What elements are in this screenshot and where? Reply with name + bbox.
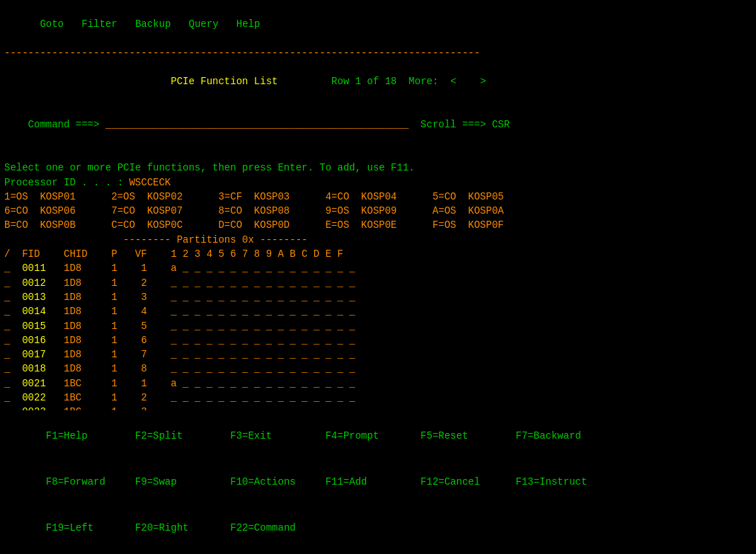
page-title: PCIe Function List xyxy=(171,76,277,87)
fkey-f1[interactable]: F1=Help xyxy=(40,430,134,442)
info-line1: Select one or more PCIe functions, then … xyxy=(4,161,752,175)
function-key-bar: F1=Help F2=Split F3=Exit F4=Prompt F5=Re… xyxy=(0,410,756,554)
fkey-f3[interactable]: F3=Exit xyxy=(230,430,325,442)
table-row[interactable]: _ 0012 1D8 1 2 _ _ _ _ _ _ _ _ _ _ _ _ _… xyxy=(4,276,752,290)
fkey-f9[interactable]: F9=Swap xyxy=(135,476,230,487)
fkey-f12[interactable]: F12=Cancel xyxy=(420,476,515,487)
menu-goto[interactable]: Goto xyxy=(28,18,64,30)
fkey-f10[interactable]: F10=Actions xyxy=(230,476,325,487)
func-row2: 6=CO KOSP06 7=CO KOSP07 8=CO KOSP08 9=OS… xyxy=(4,204,752,218)
fkey-row3: F19=Left F20=Right F22=Command xyxy=(4,505,752,551)
menu-backup[interactable]: Backup xyxy=(135,18,171,30)
table-row[interactable]: _ 0022 1BC 1 2 _ _ _ _ _ _ _ _ _ _ _ _ _… xyxy=(4,391,752,405)
row-info: Row 1 of 18 More: < > xyxy=(331,76,486,87)
command-label: Command ===> xyxy=(28,119,105,130)
menu-bar: Goto Filter Backup Query Help xyxy=(4,3,752,46)
partitions-header: -------- Partitions 0x -------- xyxy=(4,233,752,247)
table-row[interactable]: _ 0017 1D8 1 7 _ _ _ _ _ _ _ _ _ _ _ _ _… xyxy=(4,347,752,362)
separator-top: ----------------------------------------… xyxy=(4,46,752,60)
info-line2: Processor ID . . . : WSCCECK xyxy=(4,175,752,190)
fkey-f22[interactable]: F22=Command xyxy=(230,522,295,533)
command-row: Command ===> ___________________________… xyxy=(4,103,752,146)
table-row[interactable]: _ 0014 1D8 1 4 _ _ _ _ _ _ _ _ _ _ _ _ _… xyxy=(4,304,752,318)
fkey-f4[interactable]: F4=Prompt xyxy=(326,430,420,442)
func-row3: B=CO KOSP0B C=CO KOSP0C D=CO KOSP0D E=OS… xyxy=(4,218,752,232)
main-screen: Goto Filter Backup Query Help ----------… xyxy=(0,0,756,554)
table-row[interactable]: _ 0015 1D8 1 5 _ _ _ _ _ _ _ _ _ _ _ _ _… xyxy=(4,319,752,333)
fkey-f20[interactable]: F20=Right xyxy=(135,522,230,533)
fkey-f13[interactable]: F13=Instruct xyxy=(516,476,588,487)
title-row: PCIe Function List Row 1 of 18 More: < > xyxy=(4,60,752,103)
menu-help[interactable]: Help xyxy=(236,18,260,30)
fkey-f11[interactable]: F11=Add xyxy=(326,476,420,487)
spacer1 xyxy=(4,146,752,161)
fkey-row2: F8=Forward F9=Swap F10=Actions F11=Add F… xyxy=(4,459,752,505)
table-row[interactable]: _ 0016 1D8 1 6 _ _ _ _ _ _ _ _ _ _ _ _ _… xyxy=(4,333,752,347)
menu-query[interactable]: Query xyxy=(189,18,219,30)
fkey-f7[interactable]: F7=Backward xyxy=(516,430,581,442)
col-header: / FID CHID P VF 1 2 3 4 5 6 7 8 9 A B C … xyxy=(4,247,752,261)
scroll-label: Scroll ===> CSR xyxy=(408,119,510,130)
table-row[interactable]: _ 0011 1D8 1 1 a _ _ _ _ _ _ _ _ _ _ _ _… xyxy=(4,261,752,275)
fkey-row1: F1=Help F2=Split F3=Exit F4=Prompt F5=Re… xyxy=(4,413,752,459)
fkey-f8[interactable]: F8=Forward xyxy=(40,476,134,487)
table-row[interactable]: _ 0013 1D8 1 3 _ _ _ _ _ _ _ _ _ _ _ _ _… xyxy=(4,290,752,304)
fkey-f2[interactable]: F2=Split xyxy=(135,430,230,442)
menu-filter[interactable]: Filter xyxy=(81,18,117,30)
table-row[interactable]: _ 0018 1D8 1 8 _ _ _ _ _ _ _ _ _ _ _ _ _… xyxy=(4,362,752,376)
func-row1: 1=OS KOSP01 2=OS KOSP02 3=CF KOSP03 4=CO… xyxy=(4,190,752,204)
fkey-f19[interactable]: F19=Left xyxy=(40,522,134,533)
table-row[interactable]: _ 0021 1BC 1 1 a _ _ _ _ _ _ _ _ _ _ _ _… xyxy=(4,376,752,391)
fkey-f5[interactable]: F5=Reset xyxy=(420,430,515,442)
